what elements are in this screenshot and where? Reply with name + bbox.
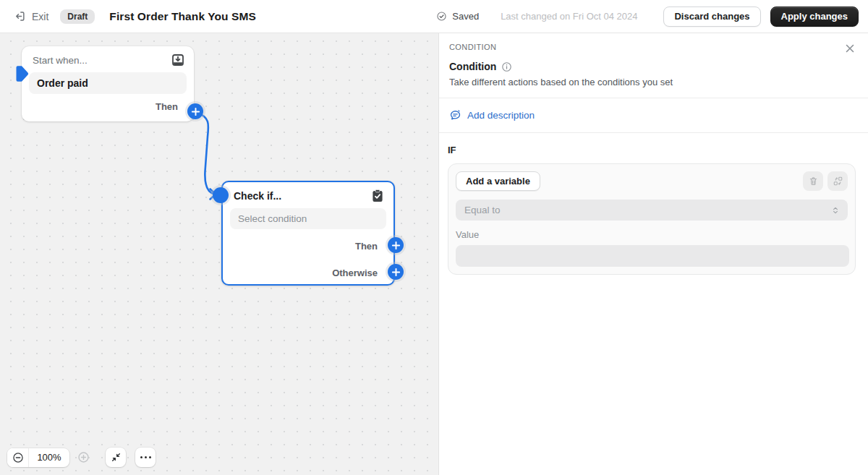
workflow-canvas[interactable]: Start when... Order paid Then — [0, 33, 439, 475]
condition-settings-panel: CONDITION Condition Take different actio… — [439, 33, 868, 475]
panel-eyebrow: CONDITION — [449, 43, 856, 51]
ellipsis-icon — [140, 456, 151, 458]
trash-icon — [808, 176, 819, 187]
save-status: Saved — [436, 11, 479, 22]
trigger-name[interactable]: Order paid — [29, 72, 187, 94]
trigger-card-title: Start when... — [33, 55, 88, 66]
condition-card-header: Check if... — [223, 182, 393, 207]
swap-variable-button[interactable] — [827, 171, 848, 191]
exit-label: Exit — [32, 11, 48, 22]
condition-card-title: Check if... — [234, 190, 281, 202]
condition-then-label: Then — [355, 241, 378, 252]
more-options-button[interactable] — [135, 448, 156, 467]
condition-row-group: Add a variable — [448, 163, 856, 275]
delete-condition-button[interactable] — [803, 171, 823, 191]
swap-variable-icon — [833, 176, 843, 187]
condition-card[interactable]: Check if... Select condition Then Otherw… — [221, 181, 395, 286]
select-condition-field[interactable]: Select condition — [230, 208, 386, 229]
zoom-toolbar: 100% — [7, 448, 156, 467]
if-section: IF Add a variable — [439, 133, 868, 275]
fit-to-screen-button[interactable] — [106, 448, 126, 467]
value-input[interactable] — [456, 245, 849, 267]
add-description-link[interactable]: Add description — [467, 110, 535, 121]
value-label: Value — [456, 229, 848, 240]
add-step-then-button[interactable] — [187, 103, 203, 119]
apply-changes-button[interactable]: Apply changes — [770, 7, 859, 27]
updown-carets-icon — [830, 205, 841, 215]
panel-title: Condition — [449, 61, 496, 72]
add-variable-button[interactable]: Add a variable — [456, 171, 540, 191]
chat-edit-icon — [449, 109, 461, 121]
saved-label: Saved — [452, 11, 479, 22]
condition-otherwise-row: Otherwise — [223, 260, 393, 285]
zoom-in-button[interactable] — [74, 448, 93, 467]
import-tray-icon — [171, 53, 185, 67]
minus-circle-icon — [12, 452, 24, 463]
trigger-then-label: Then — [156, 101, 178, 112]
exit-icon — [14, 10, 26, 22]
topbar: Exit Draft First Order Thank You SMS Sav… — [0, 0, 868, 33]
fit-to-screen-icon — [111, 452, 122, 463]
add-description-row[interactable]: Add description — [439, 98, 868, 133]
check-circle-icon — [436, 11, 447, 22]
last-changed-text: Last changed on Fri Oct 04 2024 — [501, 11, 637, 22]
add-step-then-branch-button[interactable] — [388, 237, 404, 253]
plus-circle-icon — [77, 451, 90, 463]
panel-header: CONDITION Condition Take different actio… — [439, 33, 868, 98]
condition-row-toolbar: Add a variable — [456, 171, 848, 191]
close-icon — [845, 43, 855, 54]
plus-icon — [391, 241, 401, 250]
trigger-card[interactable]: Start when... Order paid Then — [22, 46, 194, 121]
operator-selected-value: Equal to — [464, 205, 501, 215]
plus-icon — [391, 268, 401, 277]
connector-input-dot — [213, 187, 229, 203]
add-step-otherwise-branch-button[interactable] — [388, 264, 404, 280]
plus-icon — [191, 107, 200, 116]
discard-changes-button[interactable]: Discard changes — [663, 7, 760, 27]
clipboard-check-icon — [370, 189, 385, 203]
trigger-then-row: Then — [22, 94, 194, 119]
topbar-actions: Saved Last changed on Fri Oct 04 2024 Di… — [436, 7, 859, 27]
zoom-control-group: 100% — [7, 448, 69, 467]
main-area: Start when... Order paid Then — [0, 33, 868, 475]
status-badge: Draft — [60, 9, 95, 24]
zoom-out-button[interactable] — [7, 448, 29, 467]
workflow-start-icon — [15, 66, 29, 82]
info-icon[interactable] — [501, 61, 512, 72]
zoom-level-value: 100% — [29, 452, 69, 463]
trigger-card-header: Start when... — [22, 46, 194, 71]
panel-title-row: Condition — [449, 61, 856, 72]
panel-subtitle: Take different actions based on the cond… — [449, 77, 856, 87]
page-title: First Order Thank You SMS — [109, 10, 256, 23]
condition-otherwise-label: Otherwise — [332, 268, 378, 278]
close-panel-button[interactable] — [842, 40, 858, 56]
operator-select[interactable]: Equal to — [456, 200, 848, 221]
flow-editor-app: Exit Draft First Order Thank You SMS Sav… — [0, 0, 868, 475]
if-label: IF — [448, 145, 856, 155]
exit-button[interactable]: Exit — [9, 7, 53, 25]
condition-then-row: Then — [223, 231, 393, 260]
